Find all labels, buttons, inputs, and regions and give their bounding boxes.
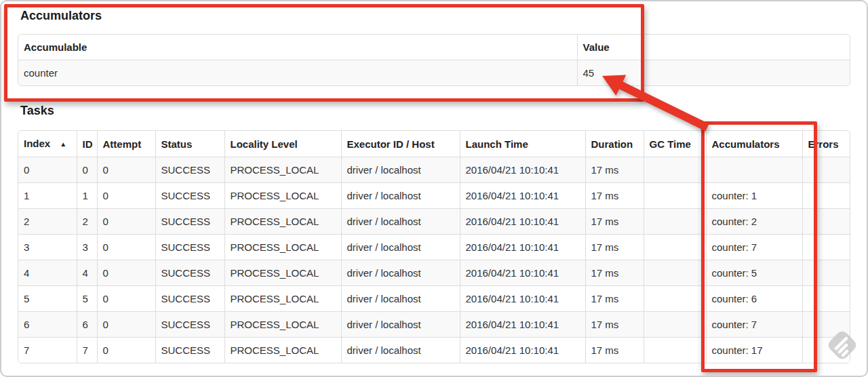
table-cell: 0 <box>97 183 155 209</box>
table-cell: SUCCESS <box>155 260 224 286</box>
table-row: 770SUCCESSPROCESS_LOCALdriver / localhos… <box>18 338 850 363</box>
column-header-label: Accumulators <box>712 138 780 150</box>
table-cell: 6 <box>77 312 97 338</box>
table-cell: PROCESS_LOCAL <box>224 209 341 235</box>
table-cell: 17 ms <box>585 338 644 363</box>
table-cell: 1 <box>77 183 97 209</box>
table-cell <box>644 183 706 209</box>
table-cell: counter: 1 <box>706 183 802 209</box>
table-cell <box>644 157 706 183</box>
table-cell: 45 <box>577 60 850 86</box>
table-cell: counter: 2 <box>706 209 802 235</box>
table-cell <box>644 312 706 338</box>
column-header-accumulators[interactable]: Accumulators <box>706 131 802 157</box>
column-header-duration[interactable]: Duration <box>585 131 644 157</box>
table-cell: counter: 7 <box>706 235 802 260</box>
table-cell: driver / localhost <box>341 260 460 286</box>
column-header-errors[interactable]: Errors <box>802 131 850 157</box>
column-header-value: Value <box>577 35 850 60</box>
table-cell: 2016/04/21 10:10:41 <box>460 209 585 235</box>
tasks-section-title: Tasks <box>20 103 54 118</box>
accumulable-table-grid: AccumulableValue counter45 <box>18 35 850 85</box>
table-row: 660SUCCESSPROCESS_LOCALdriver / localhos… <box>18 312 850 338</box>
accumulable-table: AccumulableValue counter45 <box>18 34 850 86</box>
column-header-attempt[interactable]: Attempt <box>97 131 155 157</box>
table-cell <box>802 157 850 183</box>
table-cell: 17 ms <box>585 209 644 235</box>
table-cell: PROCESS_LOCAL <box>224 338 341 363</box>
table-header-row: AccumulableValue <box>18 35 850 60</box>
table-cell: 2 <box>77 209 97 235</box>
table-cell <box>644 260 706 286</box>
table-cell: 3 <box>18 235 77 260</box>
table-cell: 5 <box>77 286 97 312</box>
column-header-locality-level[interactable]: Locality Level <box>224 131 341 157</box>
table-cell <box>802 209 850 235</box>
table-row: 440SUCCESSPROCESS_LOCALdriver / localhos… <box>18 260 850 286</box>
feedly-watermark-icon <box>826 329 859 361</box>
column-header-label: Attempt <box>103 138 142 150</box>
table-cell: 17 ms <box>585 183 644 209</box>
table-cell: 17 ms <box>585 286 644 312</box>
table-cell: driver / localhost <box>341 312 460 338</box>
table-row: 330SUCCESSPROCESS_LOCALdriver / localhos… <box>18 235 850 260</box>
column-header-label: GC Time <box>650 138 691 150</box>
table-cell: counter: 6 <box>706 286 802 312</box>
column-header-gc-time[interactable]: GC Time <box>644 131 706 157</box>
table-cell: driver / localhost <box>341 338 460 363</box>
table-cell <box>802 260 850 286</box>
table-cell: SUCCESS <box>155 183 224 209</box>
spark-ui-stage-page: Accumulators AccumulableValue counter45 … <box>0 0 868 377</box>
column-header-index[interactable]: Index▲ <box>18 131 77 157</box>
accumulators-section-title: Accumulators <box>20 8 102 23</box>
table-cell: PROCESS_LOCAL <box>224 312 341 338</box>
table-cell: 7 <box>77 338 97 363</box>
table-cell: driver / localhost <box>341 209 460 235</box>
table-row: 220SUCCESSPROCESS_LOCALdriver / localhos… <box>18 209 850 235</box>
column-header-accumulable: Accumulable <box>18 35 577 60</box>
table-cell: 0 <box>97 235 155 260</box>
table-cell: 2016/04/21 10:10:41 <box>460 338 585 363</box>
table-cell: driver / localhost <box>341 183 460 209</box>
column-header-executor-id-host[interactable]: Executor ID / Host <box>341 131 460 157</box>
table-cell: counter: 7 <box>706 312 802 338</box>
table-cell: driver / localhost <box>341 235 460 260</box>
column-header-status[interactable]: Status <box>155 131 224 157</box>
table-cell <box>706 157 802 183</box>
table-cell: driver / localhost <box>341 157 460 183</box>
table-cell: SUCCESS <box>155 209 224 235</box>
column-header-label: Duration <box>591 138 633 150</box>
table-row: 110SUCCESSPROCESS_LOCALdriver / localhos… <box>18 183 850 209</box>
table-cell <box>644 338 706 363</box>
table-cell: 17 ms <box>585 157 644 183</box>
table-cell <box>802 235 850 260</box>
table-cell: SUCCESS <box>155 157 224 183</box>
table-cell: 6 <box>18 312 77 338</box>
table-cell: SUCCESS <box>155 286 224 312</box>
table-cell: 2016/04/21 10:10:41 <box>460 183 585 209</box>
column-header-launch-time[interactable]: Launch Time <box>460 131 585 157</box>
table-row: 550SUCCESSPROCESS_LOCALdriver / localhos… <box>18 286 850 312</box>
table-cell: 2016/04/21 10:10:41 <box>460 157 585 183</box>
table-cell: 0 <box>97 312 155 338</box>
sort-ascending-icon: ▲ <box>60 140 66 148</box>
table-cell: 2016/04/21 10:10:41 <box>460 312 585 338</box>
column-header-label: Locality Level <box>231 138 298 150</box>
table-cell: counter: 17 <box>706 338 802 363</box>
table-cell: 5 <box>18 286 77 312</box>
table-cell: 2016/04/21 10:10:41 <box>460 260 585 286</box>
column-header-id[interactable]: ID <box>77 131 97 157</box>
table-cell: PROCESS_LOCAL <box>224 260 341 286</box>
table-cell: PROCESS_LOCAL <box>224 235 341 260</box>
table-cell: 4 <box>18 260 77 286</box>
table-cell: driver / localhost <box>341 286 460 312</box>
column-header-label: Launch Time <box>466 138 528 150</box>
table-cell: counter: 5 <box>706 260 802 286</box>
table-cell: 2016/04/21 10:10:41 <box>460 235 585 260</box>
table-cell: 0 <box>18 157 77 183</box>
column-header-label: Executor ID / Host <box>347 138 435 150</box>
table-cell: 0 <box>97 286 155 312</box>
column-header-label: Status <box>161 138 193 150</box>
table-cell <box>802 286 850 312</box>
table-cell: PROCESS_LOCAL <box>224 183 341 209</box>
